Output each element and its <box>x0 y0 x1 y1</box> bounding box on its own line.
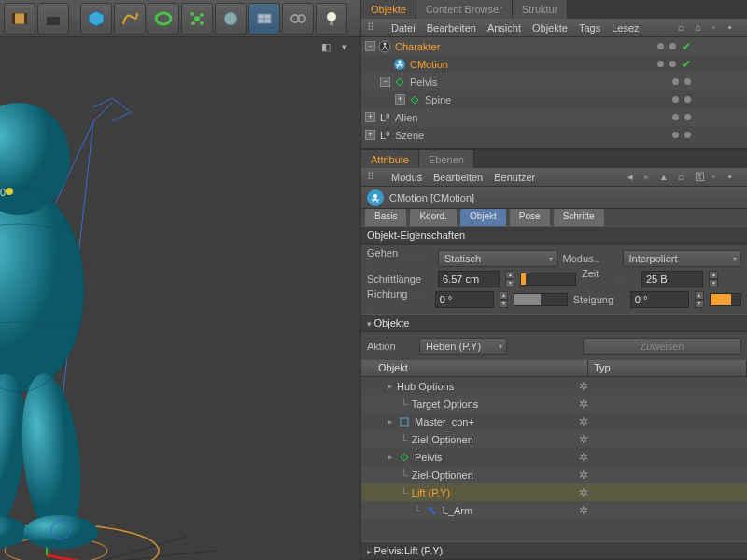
spinner-steigung[interactable]: ▴▾ <box>695 291 704 308</box>
3d-viewport[interactable]: ◧ ▾ <box>0 37 360 560</box>
expander-icon[interactable]: - <box>365 41 375 51</box>
attr-search-icon[interactable]: ⌕ <box>678 171 691 184</box>
tree-visibility-dots[interactable] <box>672 78 691 85</box>
tool-cube-icon[interactable] <box>80 3 112 35</box>
menu-bearbeiten[interactable]: Bearbeiten <box>427 22 476 34</box>
search-icon[interactable]: ⌕ <box>678 21 691 35</box>
nav-up-icon[interactable]: ▴ <box>661 171 674 184</box>
spinner-schritt[interactable]: ▴▾ <box>505 271 514 287</box>
tab-struktur[interactable]: Struktur <box>513 0 569 19</box>
tree-visibility-dots[interactable] <box>672 132 691 138</box>
input-steigung[interactable]: 0 ° <box>630 291 689 308</box>
expander-icon[interactable]: + <box>365 112 375 122</box>
tool-light-icon[interactable] <box>316 3 347 35</box>
nav-back-icon[interactable]: ◂ <box>627 171 641 184</box>
object-tree[interactable]: -Charakter✔CMotion✔-Pelvis+Spine+L⁰Alien… <box>361 37 747 149</box>
spinner-richtung[interactable]: ▴▾ <box>500 291 509 308</box>
list-item[interactable]: └Lift (P.Y)✲ <box>361 483 747 501</box>
attr-box1-icon[interactable]: ▫ <box>712 171 725 184</box>
input-schrittlaenge[interactable]: 6.57 cm <box>438 271 500 287</box>
attr-menu-modus[interactable]: Modus <box>391 172 422 183</box>
tool-lens-icon[interactable] <box>215 3 247 35</box>
tab-content-browser[interactable]: Content Browser <box>416 0 513 19</box>
menu-lesezeichen[interactable]: Lesez <box>612 22 639 34</box>
input-richtung[interactable]: 0 ° <box>435 291 494 308</box>
menu-datei[interactable]: Datei <box>391 22 416 34</box>
tree-row[interactable]: +Spine <box>361 91 747 108</box>
tool-clapper-icon[interactable] <box>37 3 69 35</box>
attr-menu-bearbeiten[interactable]: Bearbeiten <box>433 172 483 183</box>
tool-grid-icon[interactable] <box>248 3 280 35</box>
tab-attribute[interactable]: Attribute <box>361 150 419 168</box>
gear-icon[interactable]: ✲ <box>579 486 588 499</box>
expand-icon[interactable]: ▪ <box>728 21 741 35</box>
col-objekt[interactable]: Objekt <box>373 360 588 376</box>
slider-steigung[interactable] <box>710 293 741 306</box>
attr-menu-benutzer[interactable]: Benutzer <box>494 172 535 183</box>
tab-objects[interactable]: Objekte <box>361 0 416 19</box>
col-typ[interactable]: Typ <box>588 360 747 376</box>
slider-schritt[interactable] <box>520 273 576 286</box>
collapse-icon[interactable]: ▫ <box>712 21 725 35</box>
list-item[interactable]: ▸Master_con+✲ <box>361 413 747 430</box>
list-item[interactable]: └Ziel-Optionen✲ <box>361 430 747 448</box>
tree-visibility-dots[interactable] <box>672 114 691 120</box>
subtab-basis[interactable]: Basis <box>365 209 406 226</box>
gear-icon[interactable]: ✲ <box>579 451 588 464</box>
list-item[interactable]: └L_Arm✲ <box>361 501 747 519</box>
action-object-list[interactable]: Objekt Typ ▸Hub Options✲└Target Options✲… <box>361 360 747 541</box>
tree-row[interactable]: +L⁰Alien <box>361 108 747 126</box>
menu-objekte[interactable]: Objekte <box>532 22 568 34</box>
tree-row[interactable]: CMotion✔ <box>361 55 747 73</box>
dropdown-modus[interactable]: Interpoliert <box>623 250 742 267</box>
expander-icon[interactable]: + <box>365 130 375 140</box>
attr-grip-icon[interactable]: ⠿ <box>367 171 380 184</box>
vp-options-icon[interactable]: ◧ <box>321 41 336 56</box>
dropdown-gehen[interactable]: Statisch <box>438 250 557 267</box>
menu-ansicht[interactable]: Ansicht <box>487 22 521 34</box>
gear-icon[interactable]: ✲ <box>579 504 588 517</box>
list-item[interactable]: ▸Pelvis✲ <box>361 448 747 466</box>
tool-particles-icon[interactable] <box>181 3 213 35</box>
tree-row[interactable]: -Pelvis <box>361 73 747 91</box>
section-pelvis-lift[interactable]: Pelvis:Lift (P.Y) <box>361 541 747 560</box>
subtab-objekt[interactable]: Objekt <box>460 209 506 226</box>
home-icon[interactable]: ⌂ <box>695 21 708 35</box>
section-objekte[interactable]: Objekte <box>361 314 747 332</box>
vp-layout-icon[interactable]: ▾ <box>342 41 357 56</box>
subtab-schritte[interactable]: Schritte <box>554 209 604 226</box>
tree-row[interactable]: +L⁰Szene <box>361 126 747 144</box>
input-zeit[interactable]: 25 B <box>641 271 703 287</box>
gear-icon[interactable]: ✲ <box>579 433 588 446</box>
tree-row[interactable]: -Charakter✔ <box>361 37 747 55</box>
tool-goggles-icon[interactable] <box>282 3 314 35</box>
list-item[interactable]: └Ziel-Optionen✲ <box>361 466 747 483</box>
slider-richtung[interactable] <box>514 293 567 306</box>
label-zeit: Zeit . . . . <box>582 268 636 290</box>
tool-film-icon[interactable] <box>4 3 35 35</box>
tab-ebenen[interactable]: Ebenen <box>419 150 474 168</box>
gear-icon[interactable]: ✲ <box>579 415 588 428</box>
gear-icon[interactable]: ✲ <box>579 398 588 411</box>
gear-icon[interactable]: ✲ <box>579 469 588 482</box>
menu-tags[interactable]: Tags <box>579 22 600 34</box>
dropdown-aktion[interactable]: Heben (P.Y) <box>419 338 507 355</box>
subtab-pose[interactable]: Pose <box>510 209 550 226</box>
tree-visibility-dots[interactable]: ✔ <box>657 40 691 53</box>
tree-visibility-dots[interactable]: ✔ <box>657 58 691 71</box>
tool-curve-icon[interactable] <box>114 3 146 35</box>
button-zuweisen[interactable]: Zuweisen <box>583 338 741 355</box>
gear-icon[interactable]: ✲ <box>579 380 588 393</box>
list-item[interactable]: ▸Hub Options✲ <box>361 377 747 395</box>
list-item[interactable]: └Target Options✲ <box>361 395 747 413</box>
expander-icon[interactable]: + <box>395 94 405 105</box>
attr-box2-icon[interactable]: ▪ <box>728 171 741 184</box>
nav-fwd-icon[interactable]: ▸ <box>644 171 657 184</box>
lock-icon[interactable]: ⚿ <box>695 171 708 184</box>
menu-grip-icon[interactable]: ⠿ <box>367 21 380 35</box>
spinner-zeit[interactable]: ▴▾ <box>709 271 718 287</box>
subtab-koord[interactable]: Koord. <box>410 209 456 226</box>
tool-torus-icon[interactable] <box>148 3 179 35</box>
tree-visibility-dots[interactable] <box>672 96 691 103</box>
expander-icon[interactable]: - <box>380 77 390 87</box>
